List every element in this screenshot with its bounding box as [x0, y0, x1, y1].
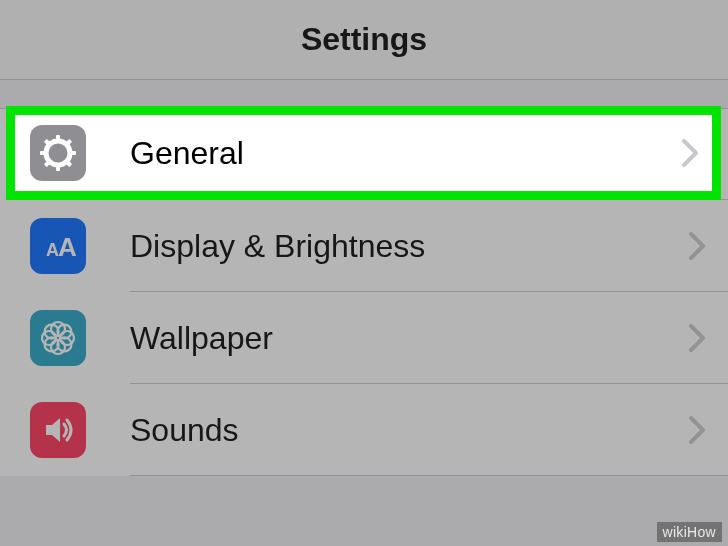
row-label-display: Display & Brightness [130, 228, 688, 265]
text-size-icon: A A [30, 218, 86, 274]
watermark: wikiHow [657, 522, 722, 542]
highlight-row-label: General [130, 135, 681, 172]
chevron-right-icon [688, 415, 706, 445]
page-title: Settings [301, 21, 427, 58]
settings-row-sounds[interactable]: Sounds [0, 384, 728, 476]
settings-row-wallpaper[interactable]: Wallpaper [0, 292, 728, 384]
highlight-row-bg: General [6, 106, 721, 200]
settings-row-display[interactable]: A A Display & Brightness [0, 200, 728, 292]
row-label-sounds: Sounds [130, 412, 688, 449]
section-spacer [0, 80, 728, 108]
chevron-right-icon [688, 323, 706, 353]
chevron-right-icon [681, 138, 699, 168]
row-label-wallpaper: Wallpaper [130, 320, 688, 357]
flower-icon [30, 310, 86, 366]
speaker-icon [30, 402, 86, 458]
chevron-right-icon [688, 231, 706, 261]
settings-header: Settings [0, 0, 728, 80]
svg-point-30 [53, 148, 63, 158]
gear-icon [30, 125, 86, 181]
svg-text:A: A [58, 232, 77, 262]
